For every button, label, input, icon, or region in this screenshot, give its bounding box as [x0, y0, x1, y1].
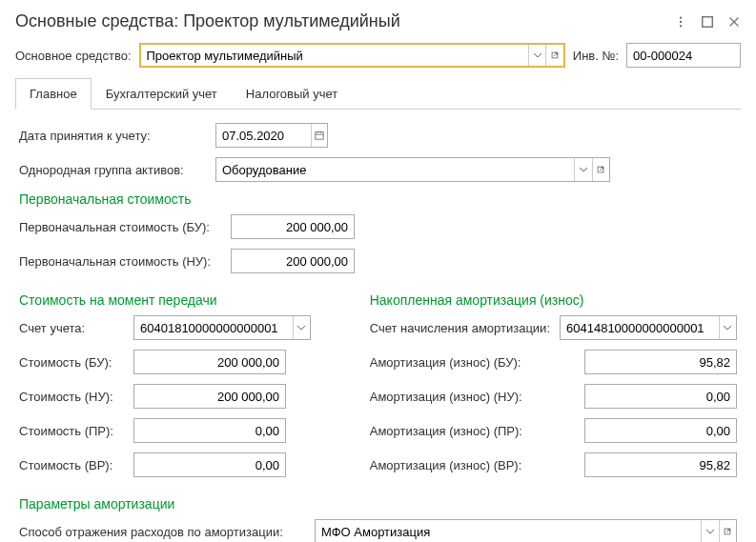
cost-nu-input[interactable]	[133, 384, 286, 409]
dropdown-icon[interactable]	[701, 520, 718, 542]
date-field[interactable]	[215, 123, 328, 148]
dropdown-icon[interactable]	[719, 316, 736, 339]
section-initial-cost: Первоначальная стоимость	[19, 191, 737, 207]
group-combo[interactable]	[215, 157, 610, 182]
amort-pr-label: Амортизация (износ) (ПР):	[370, 424, 575, 438]
cost-nu-label: Стоимость (НУ):	[19, 390, 124, 404]
tab-tax[interactable]: Налоговый учет	[232, 78, 352, 110]
reflect-combo[interactable]	[315, 519, 737, 542]
close-icon[interactable]	[727, 15, 741, 29]
cost-pr-label: Стоимость (ПР):	[19, 424, 124, 438]
init-cost-nu-input[interactable]	[231, 249, 355, 273]
cost-bu-label: Стоимость (БУ):	[19, 355, 124, 370]
init-cost-bu-input[interactable]	[231, 214, 355, 239]
svg-point-1	[680, 20, 682, 22]
asset-label: Основное средство:	[15, 49, 132, 63]
amort-bu-input[interactable]	[584, 350, 737, 374]
section-amort-params: Параметры амортизации	[19, 496, 737, 512]
more-icon[interactable]	[674, 15, 687, 29]
reflect-input[interactable]	[316, 520, 701, 542]
date-input[interactable]	[216, 124, 311, 147]
tab-accounting[interactable]: Бухгалтерский учет	[92, 78, 232, 110]
maximize-icon[interactable]	[701, 15, 714, 29]
date-label: Дата принятия к учету:	[19, 129, 206, 143]
init-cost-bu-label: Первоначальная стоимость (БУ):	[19, 220, 221, 234]
amort-pr-input[interactable]	[584, 418, 737, 443]
init-cost-nu-label: Первоначальная стоимость (НУ):	[19, 254, 221, 269]
dropdown-icon[interactable]	[293, 316, 310, 339]
svg-rect-3	[703, 16, 713, 27]
tabs: Главное Бухгалтерский учет Налоговый уче…	[15, 77, 741, 110]
amort-account-input[interactable]	[561, 316, 719, 339]
page-title: Основные средства: Проектор мультимедийн…	[15, 11, 400, 31]
open-icon[interactable]	[592, 158, 609, 181]
amort-account-combo[interactable]	[560, 315, 737, 340]
amort-vr-label: Амортизация (износ) (ВР):	[370, 458, 575, 472]
amort-account-label: Счет начисления амортизации:	[370, 321, 550, 335]
cost-pr-input[interactable]	[133, 418, 286, 443]
asset-combo[interactable]	[139, 43, 565, 68]
amort-vr-input[interactable]	[584, 452, 737, 477]
asset-input[interactable]	[141, 45, 529, 66]
amort-nu-input[interactable]	[584, 384, 737, 409]
dropdown-icon[interactable]	[574, 158, 591, 181]
dropdown-icon[interactable]	[528, 45, 545, 66]
svg-point-2	[680, 25, 682, 27]
section-transfer-cost: Стоимость на момент передачи	[19, 292, 332, 308]
tab-main[interactable]: Главное	[15, 78, 92, 110]
cost-vr-label: Стоимость (ВР):	[19, 458, 124, 472]
account-input[interactable]	[134, 316, 293, 339]
open-icon[interactable]	[545, 45, 562, 66]
inv-field[interactable]	[626, 43, 741, 68]
cost-vr-input[interactable]	[133, 452, 286, 477]
account-label: Счет учета:	[19, 321, 124, 335]
account-combo[interactable]	[133, 315, 311, 340]
calendar-icon[interactable]	[311, 124, 327, 147]
svg-rect-5	[316, 132, 323, 140]
group-label: Однородная группа активов:	[19, 163, 206, 177]
amort-bu-label: Амортизация (износ) (БУ):	[370, 355, 575, 370]
section-amortization: Накопленная амортизация (износ)	[370, 292, 737, 308]
reflect-label: Способ отражения расходов по амортизации…	[19, 525, 305, 539]
amort-nu-label: Амортизация (износ) (НУ):	[370, 390, 575, 404]
group-input[interactable]	[216, 158, 574, 181]
open-icon[interactable]	[719, 520, 736, 542]
svg-point-0	[680, 16, 682, 18]
cost-bu-input[interactable]	[133, 350, 286, 374]
inv-label: Инв. №:	[573, 49, 619, 63]
inv-input[interactable]	[627, 44, 740, 67]
